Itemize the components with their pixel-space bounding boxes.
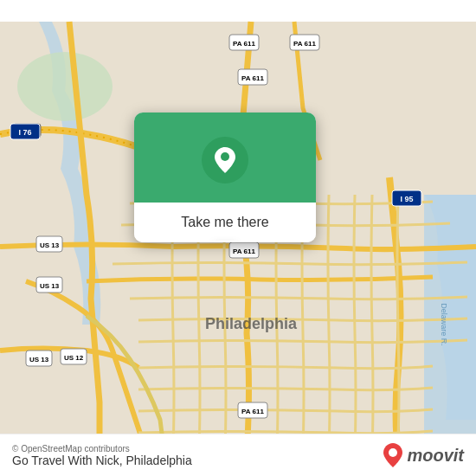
moovit-text: moovit [407,446,464,466]
svg-text:Delaware R.: Delaware R. [440,303,448,346]
bottom-left-info: © OpenStreetMap contributors Go Travel W… [12,444,192,467]
svg-text:US 13: US 13 [40,241,60,249]
app-title: Go Travel With Nick, Philadelphia [12,453,192,467]
map-container: I 76 US 13 US 13 US 13 US 12 PA 611 PA 6… [0,0,476,476]
svg-text:PA 611: PA 611 [233,40,255,48]
location-pin-icon [202,137,248,183]
svg-point-29 [221,152,229,161]
svg-text:US 13: US 13 [40,282,60,290]
svg-text:I 76: I 76 [18,128,31,137]
moovit-logo[interactable]: moovit [383,443,464,467]
svg-text:US 12: US 12 [64,354,84,362]
osm-credit: © OpenStreetMap contributors [12,444,192,453]
svg-text:PA 611: PA 611 [241,408,264,415]
moovit-pin-icon [383,443,402,467]
svg-text:Philadelphia: Philadelphia [205,315,298,332]
popup-green-section [134,113,316,203]
svg-point-30 [389,448,397,457]
svg-text:I 95: I 95 [400,195,413,203]
take-me-there-button[interactable]: Take me there [134,203,316,242]
svg-text:PA 611: PA 611 [233,248,255,255]
svg-text:US 13: US 13 [29,356,49,363]
svg-text:PA 611: PA 611 [293,40,316,48]
bottom-bar: © OpenStreetMap contributors Go Travel W… [0,434,476,476]
popup-card: Take me there [134,113,316,242]
svg-text:PA 611: PA 611 [241,74,264,82]
svg-point-2 [17,52,113,121]
